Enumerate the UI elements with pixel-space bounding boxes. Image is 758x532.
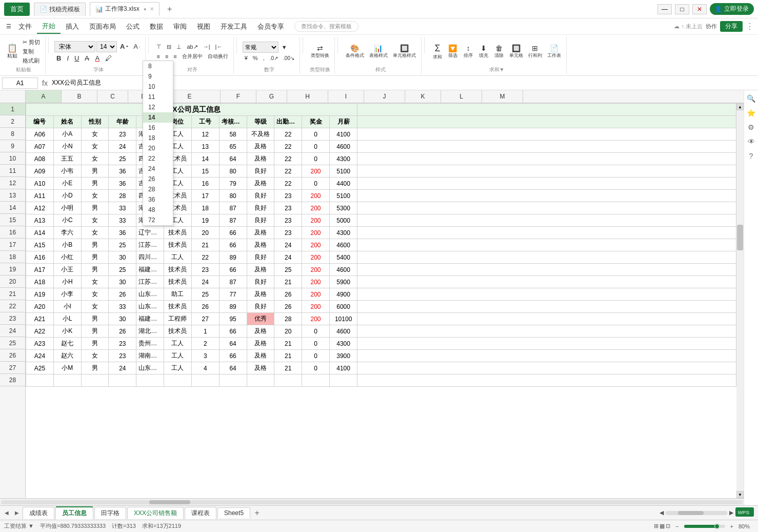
number-format-more-btn[interactable]: ▼ <box>280 44 289 51</box>
sum-btn[interactable]: Σ 求和 <box>430 42 445 62</box>
cell-14-7[interactable]: 87 <box>219 202 247 214</box>
cell-28-12[interactable] <box>357 375 736 387</box>
row-header-21[interactable]: 21 <box>0 288 25 300</box>
cell-16-8[interactable]: 及格 <box>247 227 274 239</box>
cell-9-12[interactable] <box>357 141 736 153</box>
cell-26-12[interactable] <box>357 350 736 362</box>
row-header-11[interactable]: 11 <box>0 165 25 177</box>
cell-17-4[interactable]: 江苏省南京市 <box>136 239 164 251</box>
cell-16-3[interactable]: 36 <box>109 227 136 239</box>
font-size-option-11[interactable]: 11 <box>143 92 173 102</box>
cell-17-7[interactable]: 66 <box>219 239 247 251</box>
cell-15-3[interactable]: 33 <box>109 214 136 227</box>
cell-2-9[interactable]: 出勤天数 <box>274 116 302 128</box>
cell-22-6[interactable]: 26 <box>191 301 219 313</box>
cell-26-11[interactable]: 3900 <box>329 350 357 362</box>
cell-17-9[interactable]: 24 <box>274 239 302 251</box>
font-size-option-26[interactable]: 26 <box>143 174 173 184</box>
cell-26-7[interactable]: 66 <box>219 350 247 362</box>
font-name-select[interactable]: 宋体 <box>54 41 95 52</box>
cell-28-6[interactable] <box>191 375 219 387</box>
cell-20-3[interactable]: 30 <box>109 276 136 288</box>
cell-28-4[interactable] <box>136 375 164 387</box>
cell-25-4[interactable]: 贵州省贵阳市 <box>136 338 164 350</box>
number-format-select[interactable]: 常规 <box>243 42 278 53</box>
cell-17-3[interactable]: 25 <box>109 239 136 251</box>
sheet-tab-5[interactable]: Sheet5 <box>217 507 250 518</box>
cell-14-0[interactable]: A12 <box>26 202 54 214</box>
font-size-option-22[interactable]: 22 <box>143 153 173 164</box>
fill-btn[interactable]: ⬇ 填充 <box>476 43 491 60</box>
cell-8-12[interactable] <box>357 128 736 141</box>
minimize-button[interactable]: — <box>657 4 672 14</box>
cell-style-btn[interactable]: 🔲 单元格样式 <box>391 43 418 60</box>
cell-22-12[interactable] <box>357 301 736 313</box>
cell-8-3[interactable]: 23 <box>109 128 136 141</box>
cell-10-1[interactable]: 王五 <box>53 153 81 165</box>
cell-8-11[interactable]: 4100 <box>329 128 357 141</box>
cell-14-1[interactable]: 小明 <box>53 202 81 214</box>
login-button[interactable]: 👤 立即登录 <box>710 3 754 15</box>
row-header-12[interactable]: 12 <box>0 177 25 189</box>
ribbon-tab-insert[interactable]: 插入 <box>61 20 84 33</box>
cell-25-0[interactable]: A23 <box>26 338 54 350</box>
cell-21-5[interactable]: 助工 <box>164 288 192 301</box>
cell-14-2[interactable]: 男 <box>81 202 109 214</box>
cell-13-1[interactable]: 小D <box>53 190 81 202</box>
cell-27-6[interactable]: 4 <box>191 362 219 375</box>
cell-btn[interactable]: 🔲 单元格 <box>507 43 525 60</box>
cell-13-6[interactable]: 17 <box>191 190 219 202</box>
cell-19-10[interactable]: 200 <box>302 264 330 276</box>
fill-color-button[interactable]: 🖊 <box>103 54 114 63</box>
align-middle-btn[interactable]: ⊟ <box>165 43 173 51</box>
cell-9-9[interactable]: 22 <box>274 141 302 153</box>
cell-19-9[interactable]: 25 <box>274 264 302 276</box>
sheet-tab-0[interactable]: 成绩表 <box>23 507 54 519</box>
cell-16-11[interactable]: 4300 <box>329 227 357 239</box>
cell-9-2[interactable]: 女 <box>81 141 109 153</box>
cell-28-10[interactable] <box>302 375 330 387</box>
cell-9-7[interactable]: 65 <box>219 141 247 153</box>
ribbon-tab-file[interactable]: 文件 <box>13 20 37 33</box>
cell-12-3[interactable]: 36 <box>109 178 136 190</box>
cell-27-0[interactable]: A25 <box>26 362 54 375</box>
cell-18-4[interactable]: 四川省成都市 <box>136 251 164 264</box>
decimal-dec-btn[interactable]: .00↘ <box>281 54 296 62</box>
cell-11-9[interactable]: 22 <box>274 165 302 178</box>
auto-wrap-btn[interactable]: 自动换行 <box>206 52 230 61</box>
cell-25-10[interactable]: 0 <box>302 338 330 350</box>
cell-2-10[interactable]: 奖金 <box>302 116 330 128</box>
cell-19-6[interactable]: 23 <box>191 264 219 276</box>
sidebar-eye-icon[interactable]: 👁 <box>745 135 757 148</box>
align-left-btn[interactable]: ≡ <box>154 52 162 61</box>
cell-20-1[interactable]: 小H <box>53 276 81 288</box>
font-size-option-16[interactable]: 16 <box>143 123 173 133</box>
sheet-tab-1[interactable]: 员工信息 <box>55 506 93 520</box>
cell-28-2[interactable] <box>81 375 109 387</box>
cell-28-0[interactable] <box>26 375 54 387</box>
cell-13-3[interactable]: 28 <box>109 190 136 202</box>
cell-21-4[interactable]: 山东省青岛市 <box>136 288 164 301</box>
sheet-tab-4[interactable]: 课程表 <box>185 507 216 519</box>
cell-21-2[interactable]: 女 <box>81 288 109 301</box>
ribbon-tab-dev[interactable]: 开发工具 <box>215 20 252 33</box>
cell-27-7[interactable]: 64 <box>219 362 247 375</box>
cell-13-12[interactable] <box>357 190 736 202</box>
cell-26-5[interactable]: 工人 <box>164 350 192 362</box>
cell-20-11[interactable]: 5900 <box>329 276 357 288</box>
cell-18-3[interactable]: 30 <box>109 251 136 264</box>
h-scroll-thumb[interactable] <box>149 500 190 504</box>
cell-27-8[interactable]: 及格 <box>247 362 274 375</box>
cell-27-3[interactable]: 24 <box>109 362 136 375</box>
cell-13-8[interactable]: 良好 <box>247 190 274 202</box>
col-header-J[interactable]: J <box>364 90 405 103</box>
cell-25-7[interactable]: 64 <box>219 338 247 350</box>
share-btn[interactable]: 分享 <box>720 21 743 32</box>
cell-9-3[interactable]: 24 <box>109 141 136 153</box>
clear-btn[interactable]: 🗑 清除 <box>492 43 506 60</box>
sidebar-settings-icon[interactable]: ⚙ <box>745 121 757 133</box>
cell-8-9[interactable]: 22 <box>274 128 302 141</box>
cell-18-11[interactable]: 5400 <box>329 251 357 264</box>
cell-20-2[interactable]: 女 <box>81 276 109 288</box>
cell-24-2[interactable]: 男 <box>81 325 109 338</box>
